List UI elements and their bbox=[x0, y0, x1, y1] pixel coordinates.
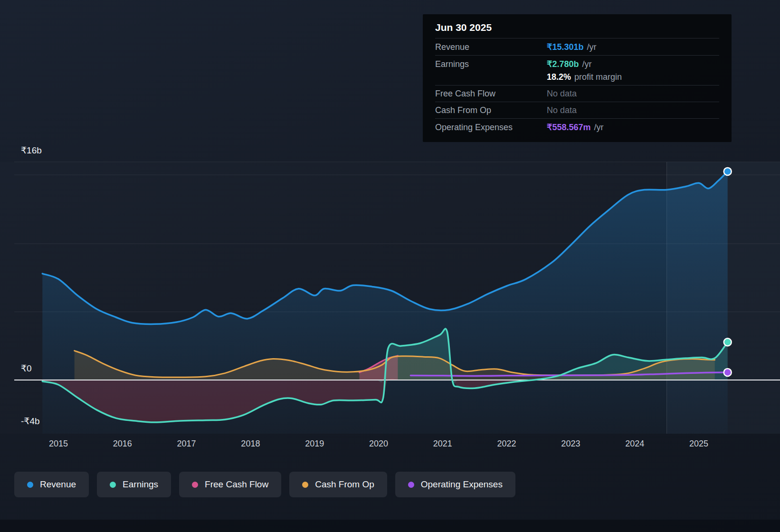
earnings-end-marker bbox=[724, 338, 732, 346]
legend-label: Operating Expenses bbox=[421, 479, 503, 490]
legend-label: Free Cash Flow bbox=[205, 479, 268, 490]
y-axis-label-0: ₹0 bbox=[21, 363, 32, 374]
page-footer-strip bbox=[0, 520, 780, 532]
operating-expenses-end-marker bbox=[724, 369, 732, 376]
y-axis-label-neg4b: -₹4b bbox=[21, 416, 40, 427]
tooltip-label: Revenue bbox=[435, 42, 547, 52]
tooltip-suffix: /yr bbox=[594, 123, 604, 133]
tooltip-row-earnings: Earnings ₹2.780b /yr bbox=[435, 55, 719, 72]
x-axis-label-2018: 2018 bbox=[241, 439, 260, 449]
x-axis-label-2022: 2022 bbox=[497, 439, 516, 449]
tooltip-row-profit-margin: 18.2% profit margin bbox=[435, 72, 719, 85]
legend-item-revenue[interactable]: Revenue bbox=[14, 472, 89, 497]
tooltip-label: Free Cash Flow bbox=[435, 89, 547, 99]
x-axis-label-2016: 2016 bbox=[113, 439, 132, 449]
tooltip-suffix: /yr bbox=[587, 42, 597, 52]
tooltip-value: ₹15.301b bbox=[547, 42, 584, 52]
cash-from-op-dot-icon bbox=[302, 482, 308, 488]
legend-label: Earnings bbox=[123, 479, 158, 490]
chart-legend: Revenue Earnings Free Cash Flow Cash Fro… bbox=[14, 472, 515, 497]
tooltip-value: ₹558.567m bbox=[547, 122, 591, 133]
tooltip-value: 18.2% bbox=[547, 72, 571, 82]
x-axis-label-2024: 2024 bbox=[625, 439, 644, 449]
legend-item-cash-from-op[interactable]: Cash From Op bbox=[289, 472, 387, 497]
x-axis-label-2020: 2020 bbox=[369, 439, 388, 449]
legend-label: Revenue bbox=[40, 479, 76, 490]
revenue-end-marker bbox=[724, 168, 732, 175]
y-axis-label-16b: ₹16b bbox=[21, 145, 42, 156]
tooltip-label: Earnings bbox=[435, 59, 547, 69]
tooltip-label: Cash From Op bbox=[435, 105, 547, 115]
revenue-dot-icon bbox=[27, 482, 33, 488]
legend-label: Cash From Op bbox=[315, 479, 374, 490]
operating-expenses-dot-icon bbox=[408, 482, 414, 488]
tooltip-suffix: /yr bbox=[582, 59, 592, 69]
x-axis-label-2023: 2023 bbox=[561, 439, 580, 449]
free-cash-flow-dot-icon bbox=[192, 482, 198, 488]
x-axis: 2015201620172018201920202021202220232024… bbox=[0, 439, 780, 454]
x-axis-label-2015: 2015 bbox=[49, 439, 68, 449]
tooltip-row-revenue: Revenue ₹15.301b /yr bbox=[435, 38, 719, 55]
chart-tooltip: Jun 30 2025 Revenue ₹15.301b /yr Earning… bbox=[423, 14, 732, 142]
tooltip-row-free-cash-flow: Free Cash Flow No data bbox=[435, 85, 719, 102]
tooltip-row-cash-from-op: Cash From Op No data bbox=[435, 102, 719, 118]
tooltip-suffix: profit margin bbox=[574, 72, 622, 82]
x-axis-label-2019: 2019 bbox=[305, 439, 324, 449]
tooltip-date: Jun 30 2025 bbox=[435, 22, 719, 38]
tooltip-label: Operating Expenses bbox=[435, 123, 547, 133]
legend-item-earnings[interactable]: Earnings bbox=[97, 472, 171, 497]
earnings-dot-icon bbox=[110, 482, 116, 488]
tooltip-value: No data bbox=[547, 89, 577, 99]
tooltip-value: No data bbox=[547, 105, 577, 115]
x-axis-label-2021: 2021 bbox=[433, 439, 452, 449]
legend-item-operating-expenses[interactable]: Operating Expenses bbox=[395, 472, 515, 497]
tooltip-value: ₹2.780b bbox=[547, 59, 579, 69]
tooltip-row-operating-expenses: Operating Expenses ₹558.567m /yr bbox=[435, 118, 719, 135]
x-axis-label-2025: 2025 bbox=[689, 439, 708, 449]
x-axis-label-2017: 2017 bbox=[177, 439, 196, 449]
legend-item-free-cash-flow[interactable]: Free Cash Flow bbox=[179, 472, 281, 497]
